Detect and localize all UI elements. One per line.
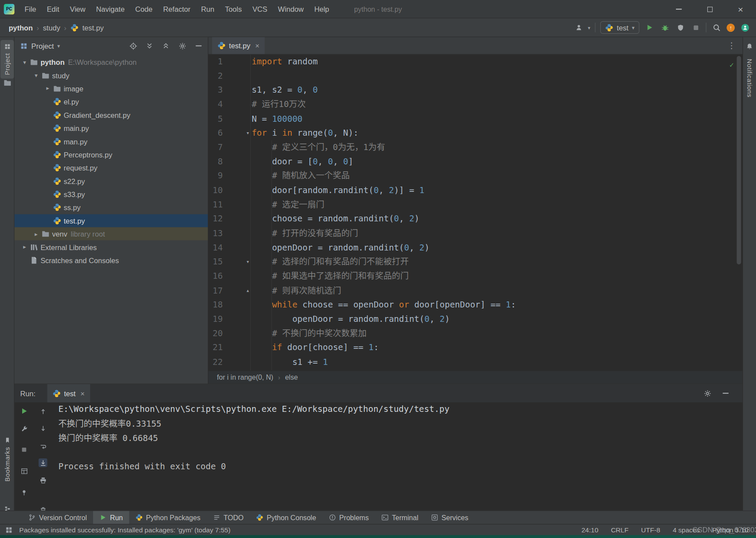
tool-button-notifications[interactable]: Notifications [743,56,756,101]
users-icon[interactable] [574,22,585,33]
tool-tab-terminal[interactable]: Terminal [375,511,425,524]
code-line-7[interactable]: # 定义三个门，0为无，1为有 [252,140,743,155]
line-number[interactable]: 19 [208,312,223,327]
code-line-21[interactable]: if door[choose] == 1: [252,341,743,355]
code-line-13[interactable]: # 打开的没有奖品的门 [252,226,743,241]
up-stack-icon[interactable] [39,407,47,415]
editor-breadcrumb-item[interactable]: else [285,374,298,381]
code-line-2[interactable] [252,69,743,83]
chevron-right-icon[interactable]: ▸ [31,231,41,237]
breadcrumb-item[interactable]: test.py [82,23,103,32]
menu-file[interactable]: File [19,5,41,13]
code-line-11[interactable]: # 选定一扇门 [252,198,743,212]
line-number[interactable]: 6 [208,126,223,140]
tree-row-man-py[interactable]: man.py [14,135,208,148]
code-line-14[interactable]: openDoor = random.randint(0, 2) [252,241,743,255]
gear-icon[interactable] [178,41,187,50]
tree-row-venv[interactable]: ▸venvlibrary root [14,227,208,241]
code-line-8[interactable]: door = [0, 0, 0] [252,155,743,169]
code-line-16[interactable]: # 如果选中了选择的门和有奖品的门 [252,269,743,284]
menu-vcs[interactable]: VCS [247,5,273,13]
menu-window[interactable]: Window [273,5,309,13]
code-line-3[interactable]: s1, s2 = 0, 0 [252,83,743,97]
line-number[interactable]: 21 [208,341,223,355]
code-line-10[interactable]: door[random.randint(0, 2)] = 1 [252,184,743,198]
line-number[interactable]: 5 [208,112,223,126]
status-line-separator[interactable]: CRLF [611,526,629,534]
scroll-to-end-icon[interactable] [39,458,47,467]
notifications-bell-icon[interactable] [746,43,753,50]
code-line-12[interactable]: choose = random.randint(0, 2) [252,212,743,226]
line-number[interactable]: 16 [208,269,223,284]
close-button[interactable]: × [725,0,756,18]
project-panel-title[interactable]: Project [31,42,54,50]
line-number[interactable]: 4 [208,97,223,112]
coverage-button[interactable] [675,22,686,33]
code-line-6[interactable]: for i in range(0, N): [252,126,743,140]
line-number[interactable]: 8 [208,155,223,169]
line-number[interactable]: 10 [208,184,223,198]
menu-code[interactable]: Code [130,5,158,13]
hide-panel-icon[interactable] [194,41,203,50]
status-caret-position[interactable]: 24:10 [581,526,598,534]
stop-button[interactable] [20,445,28,454]
tool-tab-problems[interactable]: Problems [323,511,375,524]
debug-button[interactable] [659,22,670,33]
tool-tab-run[interactable]: Run [93,511,129,524]
line-number[interactable]: 3 [208,83,223,97]
editor-breadcrumb-item[interactable]: for i in range(0, N) [217,374,273,381]
code-line-19[interactable]: openDoor = random.randint(0, 2) [252,312,743,327]
tool-tab-python-packages[interactable]: Python Packages [129,511,206,524]
locate-file-icon[interactable] [129,41,137,50]
tree-row-test-py[interactable]: test.py [14,214,208,227]
minimize-button[interactable] [663,0,694,18]
code-line-5[interactable]: N = 100000 [252,112,743,126]
menu-help[interactable]: Help [309,5,335,13]
editor-tab-test-py[interactable]: test.py × [212,37,265,54]
tool-tab-version-control[interactable]: Version Control [22,511,93,524]
code-line-17[interactable]: # 则再次随机选门 [252,284,743,298]
tool-tab-todo[interactable]: TODO [206,511,250,524]
line-number[interactable]: 9 [208,169,223,184]
expand-all-icon[interactable] [145,41,154,50]
tool-button-bookmarks[interactable]: Bookmarks [0,434,14,485]
tree-row-image[interactable]: ▸image [14,82,208,95]
close-tab-icon[interactable]: × [80,389,85,398]
tree-row-s22-py[interactable]: s22.py [14,174,208,187]
tool-window-switcher-icon[interactable] [5,526,13,534]
down-stack-icon[interactable] [39,424,47,433]
menu-edit[interactable]: Edit [42,5,65,13]
code-line-18[interactable]: while choose == openDoor or door[openDoo… [252,298,743,312]
rerun-button[interactable] [20,407,28,415]
menu-tools[interactable]: Tools [220,5,247,13]
tool-tab-services[interactable]: Services [425,511,475,524]
line-number[interactable]: 13 [208,226,223,241]
collapse-all-icon[interactable] [162,41,170,50]
tree-row-scratches-and-consoles[interactable]: Scratches and Consoles [14,254,208,267]
tree-row-request-py[interactable]: request.py [14,161,208,174]
code-line-9[interactable]: # 随机放入一个奖品 [252,169,743,184]
inspections-ok-icon[interactable]: ✓ [729,58,734,73]
tree-row-study[interactable]: ▾study [14,69,208,82]
line-number[interactable]: 18 [208,298,223,312]
search-icon[interactable] [711,22,722,33]
tree-row-python[interactable]: ▾pythonE:\Workspace\python [14,56,208,69]
hide-panel-icon[interactable] [721,389,730,398]
folder-tool-icon[interactable] [3,79,11,87]
code-line-20[interactable]: # 不换门的中奖次数累加 [252,327,743,341]
menu-refactor[interactable]: Refactor [158,5,196,13]
tool-button-project[interactable]: Project [0,40,14,78]
line-number[interactable]: 17 [208,284,223,298]
run-tab-test[interactable]: test × [47,384,90,402]
print-icon[interactable] [39,476,47,485]
chevron-right-icon[interactable]: ▸ [43,85,53,92]
breadcrumb-item[interactable]: python [9,23,33,32]
run-configuration-select[interactable]: test ▾ [600,21,639,34]
stop-button[interactable] [690,22,701,33]
maximize-button[interactable] [694,0,725,18]
code-with-me-icon[interactable] [739,22,750,33]
tree-row-gradient-descent-py[interactable]: Gradient_descent.py [14,108,208,121]
line-number[interactable]: 2 [208,69,223,83]
line-number[interactable]: 7 [208,140,223,155]
chevron-down-icon[interactable]: ▾ [31,72,41,79]
